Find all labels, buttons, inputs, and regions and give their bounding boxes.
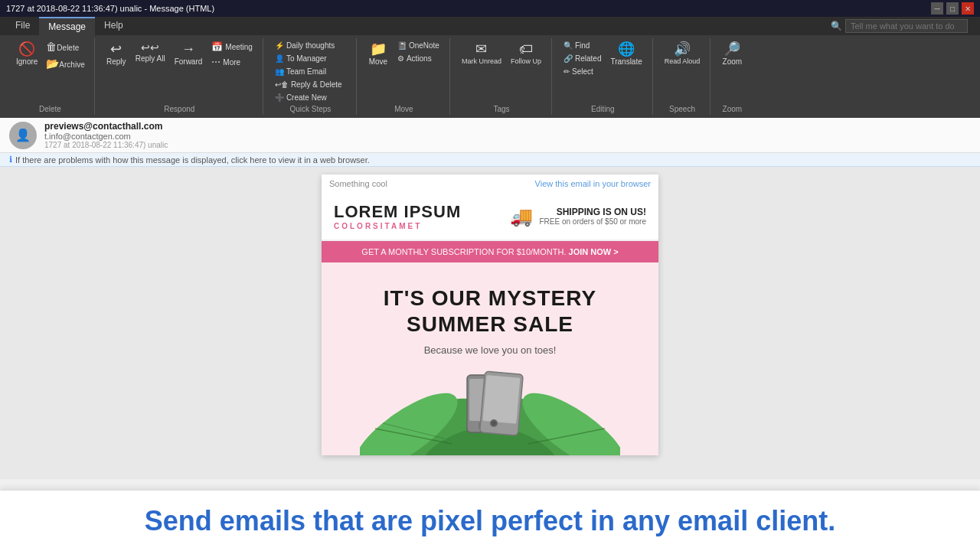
tab-file[interactable]: File [6,17,39,35]
maximize-button[interactable]: □ [946,2,959,15]
zoom-button[interactable]: 🔎 Zoom [718,40,746,68]
speech-buttons: 🔊 Read Aloud [661,40,704,103]
delete-col: 🗑 Delete 📂 Archive [43,40,87,72]
archive-icon: 📂 [46,58,59,69]
related-icon: 🔗 [564,54,573,63]
move-col: 📓 OneNote ⚙ Actions [394,40,443,64]
search-icon: 🔍 [831,21,842,31]
ribbon-group-delete: 🚫 Ignore 🗑 Delete 📂 Archive Delete [6,38,95,115]
ribbon-search-input[interactable] [845,19,968,33]
daily-thoughts-icon: ⚡ [275,41,284,50]
ribbon-group-speech: 🔊 Read Aloud Speech [655,38,711,115]
email-meta: previews@contacthall.com t.info@contactg… [44,121,971,149]
translate-button[interactable]: 🌐 Translate [606,40,645,68]
svg-point-15 [492,421,496,425]
create-new-icon: ➕ [275,93,284,102]
find-button[interactable]: 🔍 Find [560,40,605,51]
title-bar-controls: ─ □ ✕ [931,2,974,15]
move-button[interactable]: 📁 Move [364,40,392,68]
logo-sub: COLORSITAMET [334,222,461,230]
daily-thoughts-button[interactable]: ⚡ Daily thoughts [271,40,350,51]
editing-buttons: 🔍 Find 🔗 Related ✏ Select 🌐 Translate [560,40,646,103]
truck-icon: 🚚 [510,206,533,227]
preheader-text: Something cool [329,179,387,188]
read-aloud-icon: 🔊 [674,42,691,56]
bottom-banner: Send emails that are pixel perfect in an… [0,490,980,551]
mark-unread-button[interactable]: ✉ Mark Unread [458,40,505,67]
select-button[interactable]: ✏ Select [560,66,605,77]
to-manager-button[interactable]: 👤 To Manager [271,53,350,64]
respond-col: 📅 Meeting ⋯ More [207,40,256,69]
translate-icon: 🌐 [618,42,635,56]
email-frame: Something cool View this email in your b… [322,174,658,455]
tab-help[interactable]: Help [95,17,132,35]
logo-area: LOREM IPSUM COLORSITAMET [334,202,461,230]
view-browser-link[interactable]: View this email in your browser [535,179,651,188]
ignore-icon: 🚫 [18,42,35,56]
team-email-icon: 👥 [275,67,284,76]
tab-message[interactable]: Message [39,17,95,35]
forward-button[interactable]: → Forward [171,40,207,68]
meeting-icon: 📅 [211,41,223,52]
reply-button[interactable]: ↩ Reply [103,40,130,68]
follow-up-icon: 🏷 [519,42,533,56]
info-notice[interactable]: ℹ If there are problems with how this me… [0,153,980,167]
reply-all-button[interactable]: ↩↩ Reply All [132,40,169,65]
reply-delete-button[interactable]: ↩🗑 Reply & Delete [271,79,350,90]
move-icon: 📁 [370,42,387,56]
ribbon-group-zoom: 🔎 Zoom Zoom [712,38,752,115]
ribbon-group-quicksteps: ⚡ Daily thoughts 👤 To Manager 👥 Team Ema… [265,38,357,115]
info-icon: ℹ [9,155,12,165]
shipping-badge: 🚚 SHIPPING IS ON US! FREE on orders of $… [510,206,646,227]
respond-buttons: ↩ Reply ↩↩ Reply All → Forward 📅 Meeting… [103,40,256,103]
tags-buttons: ✉ Mark Unread 🏷 Follow Up [458,40,545,103]
hero-title: IT'S OUR MYSTERY SUMMER SALE [337,285,643,337]
archive-button[interactable]: 📂 Archive [43,57,87,72]
promo-cta: JOIN NOW > [569,247,619,256]
logo-main: LOREM IPSUM [334,202,461,222]
actions-icon: ⚙ [397,54,404,63]
bottom-banner-text: Send emails that are pixel perfect in an… [145,505,835,537]
promo-text: GET A MONTHLY SUBSCRIPTION FOR $10/MONTH… [361,247,566,256]
ribbon-group-respond: ↩ Reply ↩↩ Reply All → Forward 📅 Meeting… [96,38,263,115]
email-info-bar: 👤 previews@contacthall.com t.info@contac… [0,118,980,153]
email-from: previews@contacthall.com [44,121,971,132]
related-button[interactable]: 🔗 Related [560,53,605,64]
ribbon-group-move: 📁 Move 📓 OneNote ⚙ Actions Move [358,38,450,115]
hero-image-area [337,356,643,455]
promo-bar[interactable]: GET A MONTHLY SUBSCRIPTION FOR $10/MONTH… [322,241,658,262]
select-icon: ✏ [564,67,570,76]
close-button[interactable]: ✕ [962,2,974,15]
team-email-button[interactable]: 👥 Team Email [271,66,350,77]
email-logo-bar: LOREM IPSUM COLORSITAMET 🚚 SHIPPING IS O… [322,193,658,241]
more-button[interactable]: ⋯ More [207,55,256,69]
zoom-buttons: 🔎 Zoom [718,40,746,103]
delete-buttons: 🚫 Ignore 🗑 Delete 📂 Archive [12,40,88,103]
create-new-button[interactable]: ➕ Create New [271,92,350,103]
ignore-button[interactable]: 🚫 Ignore [12,40,41,68]
move-buttons: 📁 Move 📓 OneNote ⚙ Actions [364,40,443,103]
title-bar-text: 1727 at 2018-08-22 11:36:47) unalic - Me… [6,4,214,13]
reply-all-icon: ↩↩ [141,42,159,53]
info-notice-text: If there are problems with how this mess… [15,155,370,165]
ribbon-search-area: 🔍 [825,17,974,35]
ribbon-group-tags: ✉ Mark Unread 🏷 Follow Up Tags [452,38,552,115]
meeting-button[interactable]: 📅 Meeting [207,40,256,54]
onenote-button[interactable]: 📓 OneNote [394,40,443,51]
follow-up-button[interactable]: 🏷 Follow Up [507,40,545,67]
email-to: t.info@contactgen.com [44,132,971,141]
email-content-area: Something cool View this email in your b… [0,167,980,479]
email-hero: IT'S OUR MYSTERY SUMMER SALE Because we … [322,262,658,455]
actions-button[interactable]: ⚙ Actions [394,53,443,64]
read-aloud-button[interactable]: 🔊 Read Aloud [661,40,704,67]
ribbon-tabs: File Message Help 🔍 [0,17,980,35]
avatar: 👤 [9,122,37,149]
onenote-icon: 📓 [397,41,407,50]
minimize-button[interactable]: ─ [931,2,943,15]
ribbon-content: 🚫 Ignore 🗑 Delete 📂 Archive Delete ↩ Rep… [0,35,980,118]
delete-button[interactable]: 🗑 Delete [43,40,87,55]
title-bar: 1727 at 2018-08-22 11:36:47) unalic - Me… [0,0,980,17]
shipping-text: SHIPPING IS ON US! FREE on orders of $50… [539,207,646,226]
shipping-title: SHIPPING IS ON US! [539,207,646,217]
to-manager-icon: 👤 [275,54,284,63]
